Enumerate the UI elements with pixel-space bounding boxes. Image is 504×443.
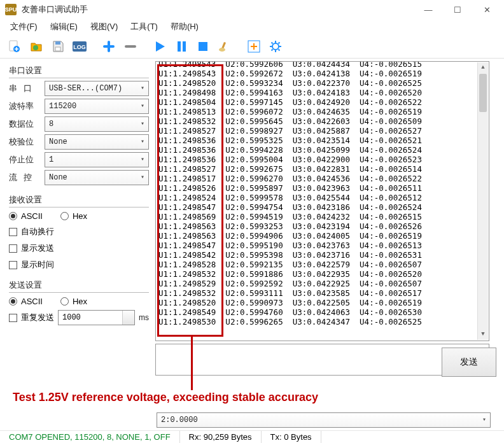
toolbar-log-icon[interactable]: LOG: [70, 37, 89, 56]
side-panel: 串口设置 串 口 USB-SER...(COM7) 波特率 115200 数据位…: [0, 59, 155, 415]
terminal-scrollbar[interactable]: ▲ ▼: [477, 62, 488, 340]
flow-select[interactable]: None: [45, 170, 149, 185]
recv-hex-label: Hex: [73, 211, 87, 221]
auto-wrap-checkbox[interactable]: 自动换行: [9, 226, 149, 237]
toolbar-gear-icon[interactable]: [266, 37, 285, 56]
svg-point-12: [272, 43, 279, 50]
auto-wrap-label: 自动换行: [21, 226, 54, 237]
svg-rect-4: [55, 47, 60, 51]
show-time-checkbox[interactable]: 显示时间: [9, 259, 149, 271]
titlebar: SPU 友善串口调试助手 — ☐ ✕: [0, 0, 504, 19]
repeat-send-label: 重复发送: [21, 312, 54, 323]
serial-settings-title: 串口设置: [9, 62, 149, 78]
send-ascii-label: ASCII: [21, 297, 43, 306]
menu-edit[interactable]: 编辑(E): [44, 20, 84, 34]
terminal-output[interactable]: U1:1.2498543 U2:0.5992606 U3:0.0424434 U…: [155, 61, 489, 341]
databits-label: 数据位: [9, 118, 41, 130]
parity-select[interactable]: None: [45, 134, 149, 150]
recv-settings-title: 接收设置: [9, 192, 149, 207]
annotation-text: Test 1.25V reference voltage, exceeding …: [13, 391, 318, 404]
scroll-up-icon[interactable]: ▲: [478, 62, 488, 73]
baud-label: 波特率: [9, 101, 41, 112]
close-button[interactable]: ✕: [472, 0, 501, 19]
svg-point-10: [219, 48, 225, 52]
minimize-button[interactable]: —: [414, 0, 443, 19]
port-select[interactable]: USB-SER...(COM7): [45, 81, 149, 96]
baud-select[interactable]: 115200: [45, 99, 149, 114]
terminal-wrap: U1:1.2498543 U2:0.5992606 U3:0.0424434 U…: [155, 59, 504, 415]
svg-point-2: [33, 45, 38, 50]
recv-ascii-radio[interactable]: ASCII: [9, 211, 43, 221]
toolbar-play-icon[interactable]: [150, 37, 169, 56]
svg-rect-9: [199, 42, 207, 51]
show-send-checkbox[interactable]: 显示发送: [9, 243, 149, 254]
scroll-thumb[interactable]: [479, 74, 487, 112]
recv-ascii-label: ASCII: [21, 211, 43, 221]
menu-help[interactable]: 帮助(H): [164, 20, 205, 34]
send-ascii-radio[interactable]: ASCII: [9, 297, 43, 306]
app-icon: SPU: [5, 4, 17, 15]
maximize-button[interactable]: ☐: [443, 0, 472, 19]
parity-label: 校验位: [9, 136, 41, 148]
window-controls: — ☐ ✕: [414, 0, 501, 19]
show-send-label: 显示发送: [21, 243, 54, 254]
recv-hex-radio[interactable]: Hex: [60, 211, 87, 221]
statusbar: COM7 OPENED, 115200, 8, NONE, 1, OFF Rx:…: [0, 430, 504, 443]
send-button[interactable]: 发送: [442, 348, 496, 377]
repeat-send-checkbox[interactable]: 重复发送: [9, 312, 54, 323]
status-rx: Rx: 90,259 Bytes: [180, 431, 262, 443]
send-hex-label: Hex: [73, 297, 87, 306]
svg-rect-3: [55, 41, 60, 45]
toolbar-stop-icon[interactable]: [193, 37, 213, 56]
toolbar-pause-icon[interactable]: [172, 37, 191, 56]
status-tx: Tx: 0 Bytes: [262, 431, 321, 443]
bottom-combo[interactable]: 2:0.0000: [157, 412, 491, 428]
main-area: 串口设置 串 口 USB-SER...(COM7) 波特率 115200 数据位…: [0, 59, 504, 415]
send-settings-title: 发送设置: [9, 277, 149, 293]
toolbar-save-icon[interactable]: [48, 37, 67, 56]
toolbar-clear-icon[interactable]: [215, 37, 234, 56]
stopbits-label: 停止位: [9, 154, 41, 165]
toolbar-addwin-icon[interactable]: [244, 37, 263, 56]
toolbar-open-icon[interactable]: [27, 37, 46, 56]
toolbar-minus-icon[interactable]: [121, 37, 140, 56]
stopbits-select[interactable]: 1: [45, 152, 149, 167]
menu-file[interactable]: 文件(F): [4, 20, 44, 34]
databits-select[interactable]: 8: [45, 116, 149, 132]
window-title: 友善串口调试助手: [22, 4, 88, 15]
status-connection: COM7 OPENED, 115200, 8, NONE, 1, OFF: [0, 431, 180, 443]
flow-label: 流 控: [9, 172, 41, 183]
scroll-down-icon[interactable]: ▼: [478, 329, 488, 340]
send-textarea[interactable]: [155, 344, 489, 376]
menu-view[interactable]: 视图(V): [84, 20, 124, 34]
menubar: 文件(F) 编辑(E) 视图(V) 工具(T) 帮助(H): [0, 19, 504, 34]
menu-tool[interactable]: 工具(T): [124, 20, 164, 34]
show-time-label: 显示时间: [21, 259, 54, 271]
port-label: 串 口: [9, 83, 41, 94]
toolbar-plus-icon[interactable]: [99, 37, 118, 56]
interval-unit: ms: [139, 313, 149, 322]
toolbar-new-icon[interactable]: [5, 37, 24, 56]
svg-rect-7: [178, 41, 181, 52]
svg-text:LOG: LOG: [73, 44, 86, 50]
interval-spinner[interactable]: 1000▲▼: [58, 310, 135, 325]
svg-rect-8: [183, 41, 186, 52]
send-hex-radio[interactable]: Hex: [60, 297, 87, 306]
toolbar: LOG: [0, 34, 504, 59]
